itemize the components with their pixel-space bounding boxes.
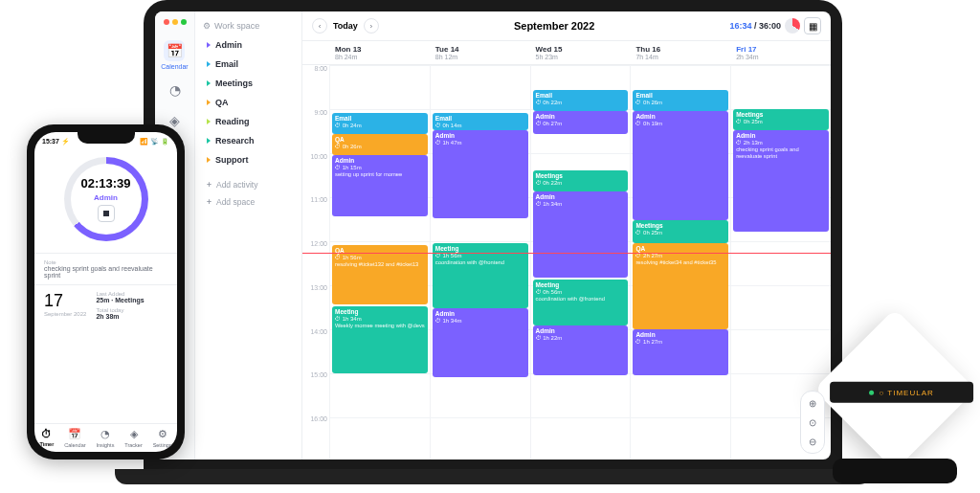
zoom-out-button[interactable]: ⊖ xyxy=(805,434,820,449)
calendar-event[interactable]: Admin⏱ 0h 27m xyxy=(533,111,629,134)
day-duration: 2h 34m xyxy=(736,54,825,60)
last-added-value: 25m · Meetings xyxy=(96,297,144,303)
calendar-event[interactable]: Meetings⏱ 0h 25m xyxy=(633,220,728,243)
desktop-screen: 📅 Calendar ◔ ◈ ⚙ Work space AdminEmailMe… xyxy=(155,11,831,459)
event-title: Meetings xyxy=(635,222,725,230)
calendar-event[interactable]: Meetings⏱ 0h 25m xyxy=(733,109,829,130)
zoom-reset-button[interactable]: ⊙ xyxy=(805,415,820,430)
calendar-event[interactable]: Admin⏱ 1h 27m xyxy=(633,329,728,375)
zoom-in-button[interactable]: ⊕ xyxy=(805,395,820,411)
phone-tab-settings[interactable]: ⚙Settings xyxy=(153,428,172,448)
zoom-controls: ⊕ ⊙ ⊖ xyxy=(800,391,825,454)
calendar-event[interactable]: Meetings⏱ 0h 22m xyxy=(533,170,629,191)
day-name: Wed 15 xyxy=(536,45,625,54)
day-column[interactable]: Email⏱ 0h 14mAdmin⏱ 1h 47mMeeting⏱ 1h 56… xyxy=(430,65,530,459)
prev-button[interactable]: ‹ xyxy=(312,18,327,34)
nav-calendar[interactable]: 📅 Calendar xyxy=(161,40,188,70)
day-column[interactable]: Email⏱ 0h 24mQA⏱ 0h 26mAdmin⏱ 1h 15msett… xyxy=(329,65,430,459)
calendar-event[interactable]: Meeting⏱ 0h 56mcoordination with @fronte… xyxy=(533,280,629,325)
event-title: Email xyxy=(536,92,626,100)
note-block[interactable]: Note checking sprint goals and reevaluat… xyxy=(34,253,177,284)
window-controls[interactable] xyxy=(164,19,187,25)
day-header[interactable]: Thu 167h 14m xyxy=(630,41,730,64)
today-button[interactable]: Today xyxy=(333,21,358,31)
day-header[interactable]: Fri 172h 34m xyxy=(730,41,831,64)
sidebar-item-meetings[interactable]: Meetings xyxy=(203,75,294,92)
calendar-event[interactable]: QA⏱ 0h 26m xyxy=(332,134,428,155)
calendar-event[interactable]: Admin⏱ 1h 47m xyxy=(433,130,528,218)
calendar-event[interactable]: Email⏱ 0h 22m xyxy=(533,90,629,111)
sidebar-item-label: Research xyxy=(215,136,255,146)
workspace-header[interactable]: ⚙ Work space xyxy=(203,21,294,31)
event-duration: ⏱ 0h 25m xyxy=(736,119,826,125)
close-icon[interactable] xyxy=(164,19,169,25)
timer-icon: ⏱ xyxy=(41,428,52,439)
note-text: checking sprint goals and reevaluate spr… xyxy=(44,265,167,279)
phone-tab-timer[interactable]: ⏱Timer xyxy=(39,428,54,448)
calendar-event[interactable]: Email⏱ 0h 26m xyxy=(633,90,728,111)
timer-activity[interactable]: Admin xyxy=(94,193,118,202)
nav-insights[interactable]: ◔ xyxy=(165,79,186,101)
sidebar-item-research[interactable]: Research xyxy=(203,132,294,149)
phone-tab-bar: ⏱Timer📅Calendar◔Insights◈Tracker⚙Setting… xyxy=(34,423,177,452)
date-picker-button[interactable]: ▦ xyxy=(804,17,821,34)
event-title: Admin xyxy=(536,193,626,201)
event-duration: ⏱ 1h 34m xyxy=(536,201,626,208)
calendar-event[interactable]: Meeting⏱ 1h 34mWeekly momee meeting with… xyxy=(332,306,428,373)
day-duration: 8h 12m xyxy=(435,54,524,60)
event-title: Admin xyxy=(536,327,626,335)
day-header[interactable]: Tue 148h 12m xyxy=(430,41,530,64)
calendar-event[interactable]: Admin⏱ 2h 13mchecking sprint goals and r… xyxy=(733,130,829,232)
tab-label: Calendar xyxy=(64,442,85,448)
day-column[interactable]: Email⏱ 0h 26mAdmin⏱ 0h 19mMeetings⏱ 0h 2… xyxy=(630,65,730,459)
calendar-event[interactable]: Admin⏱ 1h 22m xyxy=(533,325,629,375)
stop-button[interactable] xyxy=(98,205,115,222)
calendar-event[interactable]: Email⏱ 0h 24m xyxy=(332,113,428,134)
calendar-event[interactable]: Email⏱ 0h 14m xyxy=(433,113,528,130)
progress-ring-icon: 02:13:39 Admin xyxy=(64,157,148,241)
status-icons: 📶 📡 🔋 xyxy=(140,138,169,146)
calendar-event[interactable]: QA⏱ 2h 27mresolving #ticket34 and #ticke… xyxy=(633,243,728,329)
sidebar-item-admin[interactable]: Admin xyxy=(203,36,294,54)
event-title: Email xyxy=(635,92,725,100)
calendar-event[interactable]: Admin⏱ 1h 15msetting up sprint for momee xyxy=(332,155,428,216)
event-duration: ⏱ 1h 15m xyxy=(335,165,425,171)
tracker-icon: ◈ xyxy=(130,428,138,440)
calendar-event[interactable]: QA⏱ 1h 56mresolving #ticket132 and #tick… xyxy=(332,245,428,304)
event-title: Email xyxy=(435,115,525,123)
phone-tab-tracker[interactable]: ◈Tracker xyxy=(124,428,142,448)
calendar-grid[interactable]: 8:009:0010:0011:0012:0013:0014:0015:0016… xyxy=(302,65,831,459)
pie-chart-icon: ◔ xyxy=(165,79,186,101)
day-header[interactable]: Mon 138h 24m xyxy=(329,41,430,64)
calendar-event[interactable]: Admin⏱ 0h 19m xyxy=(633,111,728,220)
add-space-button[interactable]: + Add space xyxy=(203,193,294,211)
color-triangle-icon xyxy=(207,42,211,48)
day-headers: Mon 138h 24mTue 148h 12mWed 155h 23mThu … xyxy=(302,41,831,65)
calendar-icon: 📅 xyxy=(164,40,185,61)
phone-tab-calendar[interactable]: 📅Calendar xyxy=(64,428,85,448)
event-title: Meeting xyxy=(435,245,525,253)
calendar-event[interactable]: Admin⏱ 1h 34m xyxy=(533,191,629,278)
day-column[interactable]: Email⏱ 0h 22mAdmin⏱ 0h 27mMeetings⏱ 0h 2… xyxy=(530,65,631,459)
color-triangle-icon xyxy=(207,80,211,86)
day-header[interactable]: Wed 155h 23m xyxy=(530,41,631,64)
next-button[interactable]: › xyxy=(364,18,379,34)
minimize-icon[interactable] xyxy=(172,19,178,25)
maximize-icon[interactable] xyxy=(181,19,187,25)
sidebar-item-email[interactable]: Email xyxy=(203,56,294,73)
event-title: Admin xyxy=(635,331,725,339)
calendar-event[interactable]: Admin⏱ 1h 34m xyxy=(433,308,528,377)
add-activity-label: Add activity xyxy=(216,180,257,190)
phone-tab-insights[interactable]: ◔Insights xyxy=(96,428,114,448)
event-duration: ⏱ 0h 56m xyxy=(536,289,626,296)
event-duration: ⏱ 0h 26m xyxy=(335,144,425,150)
event-duration: ⏱ 1h 22m xyxy=(536,335,626,342)
sidebar-item-support[interactable]: Support xyxy=(203,151,294,168)
tracked-ratio: 16:34 / 36:00 xyxy=(729,21,781,31)
add-activity-button[interactable]: + Add activity xyxy=(203,176,294,193)
hour-label: 16:00 xyxy=(302,415,329,459)
sidebar-item-qa[interactable]: QA xyxy=(203,94,294,111)
sidebar-item-reading[interactable]: Reading xyxy=(203,113,294,130)
tracked-total: 36:00 xyxy=(759,21,781,31)
plus-icon: + xyxy=(207,180,212,190)
